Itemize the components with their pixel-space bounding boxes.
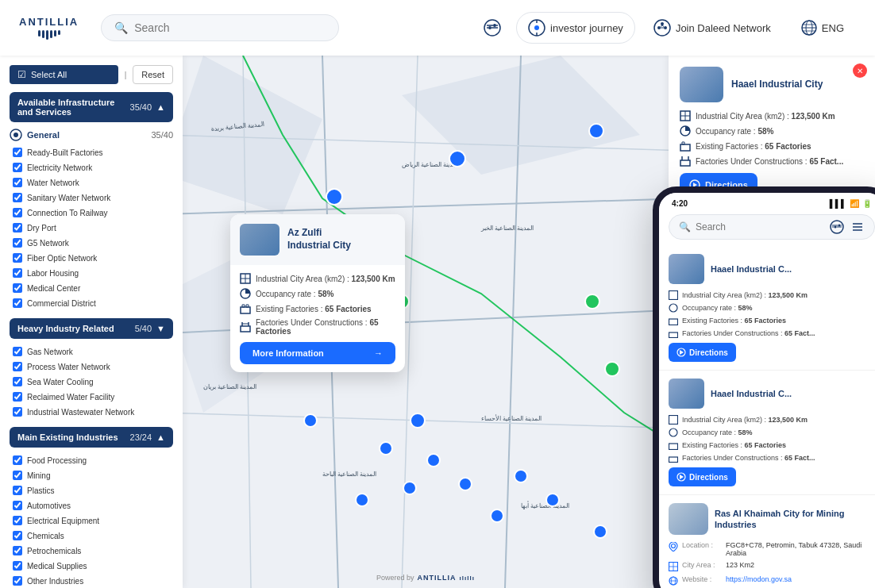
checkbox-mining[interactable]: Mining bbox=[10, 469, 173, 482]
more-information-button[interactable]: More Information → bbox=[240, 342, 395, 364]
close-card-1-button[interactable]: ✕ bbox=[853, 63, 867, 78]
svg-point-13 bbox=[664, 26, 667, 29]
card-construction-icon bbox=[680, 156, 691, 167]
checkbox-reclaimed-water[interactable]: Reclaimed Water Facility bbox=[10, 390, 173, 403]
phone-menu-icon bbox=[850, 220, 865, 234]
main-industries-count: 23/24 bbox=[130, 432, 152, 442]
checkbox-medical-center[interactable]: Medical Center bbox=[10, 282, 173, 294]
general-count: 35/40 bbox=[151, 130, 173, 140]
logo-bar-2 bbox=[42, 30, 44, 38]
checkbox-process-water[interactable]: Process Water Network bbox=[10, 360, 173, 373]
checkbox-g5[interactable]: G5 Network bbox=[10, 236, 173, 249]
heavy-industry-items: Gas Network Process Water Network Sea Wa… bbox=[10, 345, 173, 418]
phone-factory-icon-2 bbox=[669, 440, 678, 450]
svg-point-56 bbox=[356, 494, 368, 506]
language-button[interactable]: ENG bbox=[789, 13, 856, 43]
svg-point-57 bbox=[491, 509, 503, 522]
filter-button[interactable] bbox=[475, 12, 510, 44]
popup-stat-construction: Factories Under Constructions : 65 Facto… bbox=[240, 318, 395, 336]
join-daleed-button[interactable]: Join Daleed Network bbox=[642, 12, 783, 44]
checkbox-petrochemicals[interactable]: Petrochemicals bbox=[10, 544, 173, 557]
heavy-industry-section-header[interactable]: Heavy Industry Related 5/40 ▼ bbox=[10, 318, 173, 339]
card-1-factories-stat: Existing Factories : 65 Factories bbox=[680, 140, 864, 152]
phone-directions-icon-1 bbox=[676, 348, 686, 357]
phone-stat-1-area: Industrial City Area (km2) : 123,500 Km bbox=[669, 290, 875, 300]
svg-marker-68 bbox=[242, 305, 245, 307]
checkbox-food[interactable]: Food Processing bbox=[10, 454, 173, 467]
arrow-right-icon: → bbox=[374, 348, 383, 358]
checkbox-other[interactable]: Other Industries bbox=[10, 575, 173, 587]
checkbox-dry-port[interactable]: Dry Port bbox=[10, 221, 173, 234]
investor-journey-button[interactable]: investor journey bbox=[516, 12, 635, 44]
select-all-button[interactable]: ☑ Select All bbox=[10, 65, 118, 84]
checkbox-plastics[interactable]: Plastics bbox=[10, 484, 173, 497]
factory-icon bbox=[240, 303, 251, 314]
phone-occupancy-icon-1 bbox=[669, 303, 678, 313]
heavy-industry-count: 5/40 bbox=[135, 324, 152, 333]
checkbox-medical-supplies[interactable]: Medical Supplies bbox=[10, 559, 173, 572]
chevron-icon-heavy: ▼ bbox=[156, 324, 165, 333]
card-occupancy-icon bbox=[680, 125, 691, 136]
phone-time: 4:20 bbox=[672, 199, 688, 208]
phone-occupancy-icon-2 bbox=[669, 428, 678, 437]
checkbox-sea-water[interactable]: Sea Water Cooling bbox=[10, 375, 173, 388]
checkbox-electricity[interactable]: Electricity Network bbox=[10, 161, 173, 174]
logo-bar-5 bbox=[54, 30, 56, 37]
battery-icon: 🔋 bbox=[862, 199, 872, 208]
checkbox-industrial-waste[interactable]: Industrial Wastewater Network bbox=[10, 405, 173, 418]
svg-text:المدينة الصناعية الخبر: المدينة الصناعية الخبر bbox=[480, 225, 534, 232]
checkbox-ready-built[interactable]: Ready-Built Factories bbox=[10, 146, 173, 159]
main-industries-section-header[interactable]: Main Existing Industries 23/24 ▲ bbox=[10, 427, 173, 448]
phone-search-bar[interactable]: 🔍 bbox=[669, 214, 875, 240]
phone-stat-2-occupancy: Occupancy rate : 58% bbox=[669, 428, 875, 437]
select-all-label: Select All bbox=[31, 70, 67, 79]
infrastructure-section-header[interactable]: Available Infrastructure and Services 35… bbox=[10, 92, 173, 122]
language-label: ENG bbox=[822, 22, 844, 34]
card-area-icon bbox=[680, 110, 691, 121]
general-items: Ready-Built Factories Electricity Networ… bbox=[10, 146, 173, 309]
area-icon bbox=[240, 273, 251, 284]
svg-marker-122 bbox=[680, 475, 684, 479]
phone-card-2: Haael Industrial C... Industrial City Ar… bbox=[659, 371, 875, 495]
map-background: المدينة الصناعية بريدة المدينة الصناعية … bbox=[183, 56, 669, 588]
phone-area-icon-2 bbox=[669, 415, 678, 425]
svg-point-52 bbox=[411, 413, 425, 428]
checkbox-automotives[interactable]: Automotives bbox=[10, 499, 173, 512]
svg-point-118 bbox=[669, 429, 677, 436]
logo-bar-1 bbox=[38, 30, 40, 37]
phone-card-2-header: Haael Industrial C... bbox=[669, 379, 875, 409]
phone-directions-button-1[interactable]: Directions bbox=[669, 343, 736, 362]
svg-point-1 bbox=[488, 26, 491, 29]
svg-point-12 bbox=[657, 26, 661, 29]
checkbox-gas-network[interactable]: Gas Network bbox=[10, 345, 173, 358]
svg-point-53 bbox=[380, 442, 392, 455]
checkbox-railway[interactable]: Connection To Railway bbox=[10, 206, 173, 219]
phone-directions-button-2[interactable]: Directions bbox=[669, 467, 736, 486]
svg-rect-119 bbox=[669, 444, 678, 450]
checkbox-sanitary-water[interactable]: Sanitary Water Network bbox=[10, 191, 173, 204]
checkbox-commercial[interactable]: Commercial District bbox=[10, 297, 173, 309]
checkbox-chemicals[interactable]: Chemicals bbox=[10, 529, 173, 542]
checkbox-fiber-optic[interactable]: Fiber Optic Network bbox=[10, 252, 173, 264]
logo-bar-4 bbox=[50, 30, 52, 38]
checkbox-electrical[interactable]: Electrical Equipment bbox=[10, 514, 173, 527]
search-bar[interactable]: 🔍 bbox=[101, 14, 339, 41]
card-1-construction-stat: Factories Under Constructions : 65 Fact.… bbox=[680, 156, 864, 167]
rak-card-image bbox=[669, 503, 708, 535]
phone-stat-2-construction: Factories Under Constructions : 65 Fact.… bbox=[669, 453, 875, 463]
phone-status-icons: ▌▌▌ 📶 🔋 bbox=[830, 199, 872, 208]
phone-construction-icon-1 bbox=[669, 329, 678, 338]
join-daleed-label: Join Daleed Network bbox=[676, 22, 771, 34]
phone-search-input[interactable] bbox=[696, 221, 825, 233]
main-industries-items: Food Processing Mining Plastics Automoti… bbox=[10, 454, 173, 587]
popup-image bbox=[240, 224, 279, 256]
map-area[interactable]: المدينة الصناعية بريدة المدينة الصناعية … bbox=[183, 56, 669, 588]
search-icon: 🔍 bbox=[114, 21, 128, 34]
checkbox-water[interactable]: Water Network bbox=[10, 176, 173, 189]
map-powered-by: Powered by ANTILLIA ılıllı bbox=[376, 574, 475, 582]
reset-button[interactable]: Reset bbox=[133, 65, 173, 84]
search-input[interactable] bbox=[134, 21, 326, 34]
checkbox-labor-housing[interactable]: Labor Housing bbox=[10, 267, 173, 279]
rak-area-icon bbox=[669, 562, 678, 571]
phone-filter-icon bbox=[830, 220, 844, 234]
